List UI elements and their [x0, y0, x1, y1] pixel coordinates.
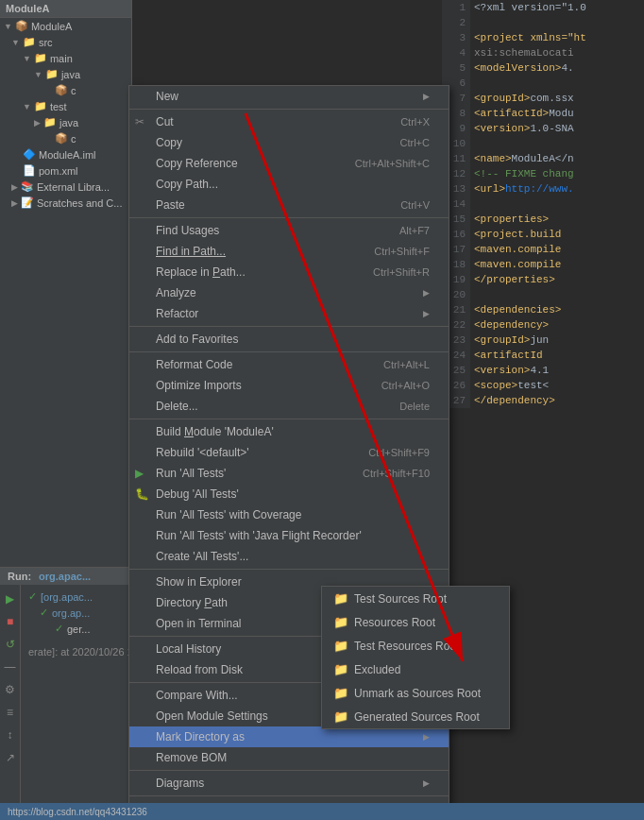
tree-item-main[interactable]: ▼ 📁 main — [0, 50, 131, 66]
tree-item-label: java — [61, 69, 80, 80]
menu-shortcut: Ctrl+C — [400, 137, 430, 148]
status-bar: https://blog.csdn.net/qq43431236 — [0, 803, 644, 820]
menu-shortcut: Alt+F7 — [399, 225, 430, 236]
code-line-14 — [474, 196, 644, 212]
run-export-button[interactable]: ↗ — [2, 749, 19, 766]
menu-item-label: Debug 'All Tests' — [156, 487, 239, 501]
tree-item-java[interactable]: ▼ 📁 java — [0, 66, 131, 82]
run-sort-button[interactable]: ↕ — [2, 726, 19, 743]
menu-separator-10 — [129, 795, 449, 796]
ide-container: ModuleA ▼ 📦 ModuleA ▼ 📁 src ▼ 📁 main ▼ 📁… — [0, 0, 644, 820]
menu-item-label: Run 'All Tests' — [156, 467, 226, 480]
run-rerun-button[interactable]: ↺ — [2, 636, 19, 653]
menu-item-refactor[interactable]: Refactor — [129, 303, 449, 324]
folder-icon: 📁 — [34, 100, 47, 112]
code-editor-panel: 12345 678910 1112131415 1617181920 21222… — [442, 0, 644, 567]
menu-item-run-with-jfr[interactable]: Run 'All Tests' with 'Java Flight Record… — [129, 525, 449, 546]
menu-item-copy-path[interactable]: Copy Path... — [129, 174, 449, 195]
tree-item-ext-libs[interactable]: ▶ 📚 External Libra... — [0, 179, 131, 195]
code-line-18: <maven.compile — [474, 257, 644, 272]
code-line-22: <dependency> — [474, 317, 644, 333]
submenu-item-excluded[interactable]: 📁 Excluded — [322, 658, 509, 681]
menu-separator-2 — [129, 217, 449, 218]
menu-item-replace-in-path[interactable]: Replace in Path... Ctrl+Shift+R — [129, 262, 449, 282]
menu-item-debug-all-tests[interactable]: 🐛 Debug 'All Tests' — [129, 484, 449, 504]
expand-arrow: ▼ — [11, 38, 20, 47]
submenu-item-resources-root[interactable]: 📁 Resources Root — [322, 610, 509, 634]
menu-item-build-module[interactable]: Build Module 'ModuleA' — [129, 421, 449, 442]
menu-item-reformat-code[interactable]: Reformat Code Ctrl+Alt+L — [129, 354, 449, 375]
tree-item-src[interactable]: ▼ 📁 src — [0, 34, 131, 50]
menu-item-copy[interactable]: Copy Ctrl+C — [129, 132, 449, 153]
menu-item-delete[interactable]: Delete... Delete — [129, 396, 449, 417]
menu-item-label: Compare With... — [156, 689, 238, 702]
run-check-icon: ✓ — [40, 606, 48, 619]
tree-item-label: Scratches and C... — [37, 197, 123, 209]
project-panel-title: ModuleA — [0, 0, 131, 18]
run-collapse-button[interactable]: — — [2, 658, 19, 675]
menu-item-label: Copy Path... — [156, 178, 218, 191]
menu-item-mark-directory-as[interactable]: Mark Directory as — [129, 726, 449, 747]
tree-item-test[interactable]: ▼ 📁 test — [0, 98, 131, 114]
menu-item-paste[interactable]: Paste Ctrl+V — [129, 195, 449, 215]
tree-item-c1[interactable]: ▶ 📦 c — [0, 82, 131, 98]
submenu-item-label: Test Resources Root — [354, 640, 459, 653]
menu-item-label: Refactor — [156, 307, 198, 320]
expand-arrow: ▶ — [11, 198, 18, 208]
menu-item-create-all-tests[interactable]: Create 'All Tests'... — [129, 546, 449, 567]
menu-item-remove-bom[interactable]: Remove BOM — [129, 747, 449, 768]
submenu-item-unmark-sources-root[interactable]: 📁 Unmark as Sources Root — [322, 681, 509, 705]
menu-shortcut: Ctrl+Shift+F10 — [363, 468, 430, 479]
menu-item-cut[interactable]: ✂ Cut Ctrl+X — [129, 111, 449, 132]
tree-item-java2[interactable]: ▶ 📁 java — [0, 114, 131, 130]
menu-item-new[interactable]: New — [129, 86, 449, 107]
code-line-8: <artifactId>Modu — [474, 106, 644, 121]
run-settings-button[interactable]: ⚙ — [2, 681, 19, 698]
code-line-15: <properties> — [474, 212, 644, 227]
code-line-27: </dependency> — [474, 393, 644, 408]
code-line-5: <modelVersion>4. — [474, 60, 644, 76]
menu-separator-1 — [129, 109, 449, 110]
project-title-text: ModuleA — [6, 3, 49, 14]
menu-item-add-to-favorites[interactable]: Add to Favorites — [129, 329, 449, 350]
menu-item-rebuild[interactable]: Rebuild '<default>' Ctrl+Shift+F9 — [129, 442, 449, 463]
tree-item-moduleA-iml[interactable]: 🔷 ModuleA.iml — [0, 146, 131, 162]
run-session-label: org.apac... — [39, 571, 91, 582]
menu-item-analyze[interactable]: Analyze — [129, 282, 449, 303]
submenu-item-test-sources-root[interactable]: 📁 Test Sources Root — [322, 587, 509, 610]
menu-item-label: Analyze — [156, 286, 196, 299]
run-tree-label: ger... — [67, 624, 90, 635]
tree-item-moduleA[interactable]: ▼ 📦 ModuleA — [0, 18, 131, 34]
menu-item-label: Open Module Settings — [156, 709, 268, 723]
run-stop-button[interactable]: ■ — [2, 613, 19, 630]
menu-item-optimize-imports[interactable]: Optimize Imports Ctrl+Alt+O — [129, 375, 449, 396]
menu-separator-6 — [129, 569, 449, 570]
code-line-17: <maven.compile — [474, 242, 644, 257]
menu-item-diagrams[interactable]: Diagrams — [129, 773, 449, 794]
code-line-19: </properties> — [474, 272, 644, 287]
run-play-button[interactable]: ▶ — [2, 590, 19, 607]
submenu-item-label: Generated Sources Root — [354, 710, 480, 724]
java-folder-icon: 📁 — [45, 68, 59, 80]
tree-item-c2[interactable]: ▶ 📦 c — [0, 130, 131, 146]
menu-shortcut: Ctrl+V — [400, 199, 430, 211]
menu-item-find-usages[interactable]: Find Usages Alt+F7 — [129, 220, 449, 241]
submenu-item-label: Unmark as Sources Root — [354, 687, 481, 700]
menu-item-run-with-coverage[interactable]: Run 'All Tests' with Coverage — [129, 504, 449, 525]
menu-separator-9 — [129, 770, 449, 771]
code-line-12: <!-- FIXME chang — [474, 166, 644, 181]
tree-item-scratches[interactable]: ▶ 📝 Scratches and C... — [0, 195, 131, 211]
menu-item-find-in-path[interactable]: Find in Path... Ctrl+Shift+F — [129, 241, 449, 262]
menu-item-run-all-tests[interactable]: ▶ Run 'All Tests' Ctrl+Shift+F10 — [129, 463, 449, 484]
tree-item-label: pom.xml — [39, 165, 78, 177]
submenu-item-generated-sources-root[interactable]: 📁 Generated Sources Root — [322, 705, 509, 728]
menu-item-label: New — [156, 90, 178, 103]
menu-item-label: Find Usages — [156, 224, 219, 237]
menu-shortcut: Ctrl+Shift+F — [374, 246, 430, 257]
package-icon: 📦 — [55, 132, 68, 145]
run-filter-button[interactable]: ≡ — [2, 704, 19, 721]
tree-item-pom-xml[interactable]: 📄 pom.xml — [0, 162, 131, 179]
menu-item-copy-reference[interactable]: Copy Reference Ctrl+Alt+Shift+C — [129, 153, 449, 174]
submenu-item-test-resources-root[interactable]: 📁 Test Resources Root — [322, 634, 509, 658]
code-line-2 — [474, 15, 644, 30]
